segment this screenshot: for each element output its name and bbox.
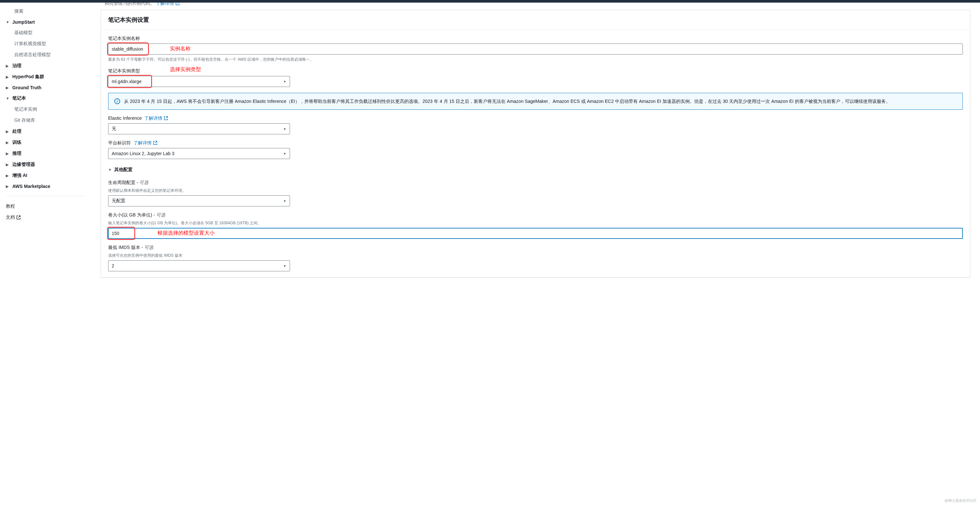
field-label-text: 生命周期配置 - (108, 180, 139, 185)
sidebar-label: 自然语言处理模型 (14, 52, 51, 58)
sidebar-label: 增强 AI (12, 173, 27, 178)
sidebar-group-augmented-ai[interactable]: ▶增强 AI (0, 170, 91, 181)
sidebar-label: 笔记本实例 (14, 106, 37, 112)
caret-right-icon: ▶ (6, 75, 10, 79)
type-select-wrapper: ml.g4dn.xlarge ▼ 选择实例类型 (108, 76, 963, 87)
sidebar-label: 处理 (12, 129, 21, 134)
sidebar-label: 基础模型 (14, 30, 32, 36)
platform-learn-more-link[interactable]: 了解详情 (134, 140, 158, 145)
sidebar-item-search[interactable]: 搜索 (0, 6, 91, 17)
link-text: 了解详情 (134, 140, 152, 145)
sidebar-label: HyperPod 集群 (12, 74, 44, 80)
optional-tag: 可选 (144, 245, 153, 250)
settings-panel: 笔记本实例设置 笔记本实例名称 实例名称 最多为 63 个字母数字字符。可以包含… (101, 10, 970, 278)
expander-label: 其他配置 (114, 167, 132, 173)
caret-down-icon: ▼ (283, 80, 286, 83)
sidebar-item-nlp-models[interactable]: 自然语言处理模型 (0, 49, 91, 60)
platform-select[interactable]: Amazon Linux 2, Jupyter Lab 3 ▼ (108, 148, 290, 159)
sidebar-group-processing[interactable]: ▶处理 (0, 126, 91, 137)
field-label-type: 笔记本实例类型 (108, 68, 963, 74)
caret-right-icon: ▶ (6, 184, 10, 189)
sidebar-label: JumpStart (12, 19, 35, 25)
field-label-ei: Elastic Inference 了解详情 (108, 116, 963, 121)
field-label-name: 笔记本实例名称 (108, 36, 963, 41)
top-nav-bar (0, 0, 980, 3)
sidebar-group-inference[interactable]: ▶推理 (0, 148, 91, 159)
sidebar-group-marketplace[interactable]: ▶AWS Marketplace (0, 181, 91, 192)
sidebar-label: 教程 (6, 203, 15, 209)
caret-down-icon: ▼ (283, 264, 286, 268)
info-icon: i (114, 98, 120, 104)
sidebar-group-jumpstart[interactable]: ▼ JumpStart (0, 17, 91, 27)
main-content: 和托管练习的示例代码。 了解详情 笔记本实例设置 笔记本实例名称 实例名称 最多… (91, 0, 980, 505)
select-value: 无配置 (112, 198, 125, 204)
sidebar-label: 治理 (12, 63, 21, 69)
caret-down-icon: ▼ (283, 199, 286, 203)
external-link-icon (164, 116, 168, 121)
caret-right-icon: ▶ (6, 174, 10, 178)
help-text-lifecycle: 使用默认脚本和插件自定义您的笔记本环境。 (108, 187, 963, 194)
field-label-text: Elastic Inference (108, 116, 142, 121)
ei-learn-more-link[interactable]: 了解详情 (144, 116, 168, 121)
caret-right-icon: ▶ (6, 130, 10, 134)
sidebar-label: Git 存储库 (14, 118, 35, 123)
caret-right-icon: ▶ (6, 86, 10, 90)
sidebar-divider (6, 196, 85, 196)
field-label-text: 平台标识符 (108, 140, 131, 145)
select-value: 无 (112, 126, 116, 132)
sidebar-item-git-repos[interactable]: Git 存储库 (0, 115, 91, 126)
select-value: 2 (112, 263, 114, 268)
select-value: Amazon Linux 2, Jupyter Lab 3 (112, 151, 174, 156)
optional-tag: 可选 (156, 212, 165, 218)
sidebar-link-tutorial[interactable]: 教程 (0, 201, 91, 212)
caret-right-icon: ▶ (6, 152, 10, 156)
caret-right-icon: ▶ (6, 163, 10, 167)
watermark: @稀土掘金技术社区 (945, 498, 977, 503)
help-text-volume: 输入笔记本实例的卷大小(以 GB 为单位)。卷大小必须在 5GB 至 16384… (108, 220, 963, 226)
sidebar-group-training[interactable]: ▶训练 (0, 137, 91, 148)
lifecycle-select[interactable]: 无配置 ▼ (108, 195, 290, 206)
panel-title: 笔记本实例设置 (101, 10, 970, 30)
caret-down-icon: ▼ (6, 96, 10, 100)
sidebar-label: AWS Marketplace (12, 184, 50, 189)
external-link-icon (153, 140, 158, 145)
sidebar-label: Ground Truth (12, 85, 41, 90)
sidebar-label: 训练 (12, 140, 21, 145)
volume-size-input[interactable] (108, 228, 963, 239)
sidebar-label: 文档 (6, 214, 15, 221)
help-text-imds: 选择可在您的实例中使用的最低 IMDS 版本 (108, 252, 963, 258)
imds-select[interactable]: 2 ▼ (108, 260, 290, 272)
select-value: ml.g4dn.xlarge (112, 79, 142, 84)
info-alert: i 从 2023 年 4 月 15 日起，AWS 将不会引导新客户注册 Amaz… (108, 93, 963, 110)
sidebar-item-foundation-models[interactable]: 基础模型 (0, 27, 91, 38)
caret-right-icon: ▶ (6, 64, 10, 68)
sidebar: 搜索 ▼ JumpStart 基础模型 计算机视觉模型 自然语言处理模型 ▶治理… (0, 0, 91, 505)
sidebar-group-hyperpod[interactable]: ▶HyperPod 集群 (0, 71, 91, 83)
sidebar-group-notebook[interactable]: ▼ 笔记本 (0, 93, 91, 104)
sidebar-label: 计算机视觉模型 (14, 41, 46, 47)
caret-down-icon: ▼ (108, 168, 112, 172)
sidebar-item-cv-models[interactable]: 计算机视觉模型 (0, 38, 91, 49)
sidebar-group-governance[interactable]: ▶治理 (0, 60, 91, 71)
sidebar-group-groundtruth[interactable]: ▶Ground Truth (0, 83, 91, 93)
field-label-lifecycle: 生命周期配置 - 可选 (108, 180, 963, 186)
field-label-volume: 卷大小(以 GB 为单位) - 可选 (108, 212, 963, 218)
ei-select[interactable]: 无 ▼ (108, 123, 290, 134)
other-config-expander[interactable]: ▼ 其他配置 (108, 164, 963, 174)
caret-down-icon: ▼ (283, 152, 286, 156)
caret-down-icon: ▼ (6, 20, 10, 24)
volume-input-wrapper: 根据选择的模型设置大小 (108, 228, 963, 239)
info-text: 从 2023 年 4 月 15 日起，AWS 将不会引导新客户注册 Amazon… (124, 98, 890, 105)
notebook-name-input[interactable] (108, 43, 963, 54)
sidebar-label: 推理 (12, 151, 21, 156)
link-text: 了解详情 (144, 116, 162, 121)
caret-down-icon: ▼ (283, 127, 286, 131)
instance-type-select[interactable]: ml.g4dn.xlarge ▼ (108, 76, 290, 87)
field-label-platform: 平台标识符 了解详情 (108, 140, 963, 146)
sidebar-label: 搜索 (14, 8, 23, 14)
caret-right-icon: ▶ (6, 141, 10, 145)
field-label-text: 卷大小(以 GB 为单位) - (108, 212, 156, 218)
sidebar-link-docs[interactable]: 文档 (0, 212, 91, 223)
sidebar-group-edge[interactable]: ▶边缘管理器 (0, 159, 91, 170)
sidebar-item-notebook-instances[interactable]: 笔记本实例 (0, 104, 91, 115)
